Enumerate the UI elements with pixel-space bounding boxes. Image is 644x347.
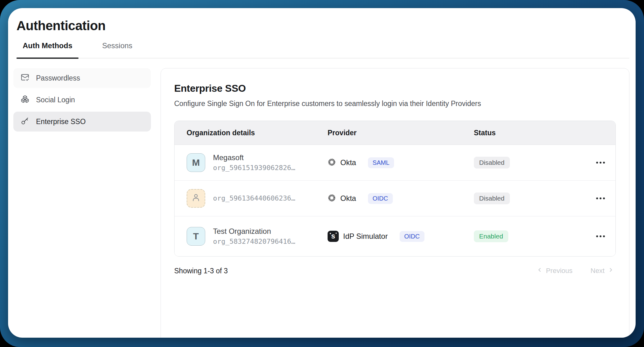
protocol-badge: OIDC <box>400 231 424 242</box>
actions-cell <box>586 159 615 167</box>
organization-cell: T Test Organization org_583274820796416… <box>175 220 328 253</box>
org-texts: org_596136440606236… <box>213 194 295 203</box>
provider-cell: Okta OIDC <box>328 193 474 204</box>
sidebar: Passwordless Social Login <box>13 68 151 338</box>
row-actions-menu-button[interactable] <box>593 159 608 167</box>
org-id: org_596136440606236… <box>213 194 295 203</box>
organization-cell: M Megasoft org_596151939062826… <box>175 146 328 179</box>
org-id: org_583274820796416… <box>213 237 295 246</box>
sidebar-item-enterprise-sso[interactable]: Enterprise SSO <box>13 112 151 132</box>
panel-heading: Enterprise SSO <box>174 82 616 95</box>
org-name: Megasoft <box>213 153 295 162</box>
status-cell: Disabled <box>474 192 586 204</box>
app-card: Authentication Auth Methods Sessions Pas… <box>8 8 636 338</box>
column-header-status: Status <box>474 129 586 137</box>
showing-count: Showing 1-3 of 3 <box>174 267 228 275</box>
provider-name: Okta <box>340 158 356 167</box>
provider-cell: s IdP Simulator OIDC <box>328 231 474 242</box>
protocol-badge: OIDC <box>368 193 393 204</box>
sidebar-item-label: Social Login <box>36 96 75 104</box>
org-id: org_596151939062826… <box>213 164 295 172</box>
org-texts: Megasoft org_596151939062826… <box>213 153 295 172</box>
status-cell: Disabled <box>474 157 586 169</box>
actions-cell <box>586 194 615 202</box>
sidebar-item-passwordless[interactable]: Passwordless <box>13 68 151 88</box>
provider-name: Okta <box>340 194 356 203</box>
status-cell: Enabled <box>474 230 586 242</box>
status-badge: Enabled <box>474 230 508 242</box>
tab-sessions[interactable]: Sessions <box>96 41 138 58</box>
organization-cell: org_596136440606236… <box>175 182 328 215</box>
provider-cell: Okta SAML <box>328 157 474 168</box>
actions-cell <box>586 232 615 240</box>
row-actions-menu-button[interactable] <box>593 194 608 202</box>
table-row[interactable]: M Megasoft org_596151939062826… Okta <box>175 145 615 181</box>
key-icon <box>21 117 29 127</box>
next-page-button[interactable]: Next <box>589 266 616 275</box>
org-texts: Test Organization org_583274820796416… <box>213 227 295 246</box>
enterprise-sso-panel: Enterprise SSO Configure Single Sign On … <box>161 68 629 338</box>
column-header-provider: Provider <box>328 129 474 137</box>
chevron-right-icon <box>608 267 614 275</box>
idp-simulator-icon: s <box>328 231 339 242</box>
column-header-organization: Organization details <box>175 129 328 137</box>
previous-label: Previous <box>546 267 573 275</box>
sidebar-item-social-login[interactable]: Social Login <box>13 90 151 110</box>
next-label: Next <box>591 267 605 275</box>
chevron-left-icon <box>537 267 543 275</box>
mail-check-icon <box>21 73 29 83</box>
org-avatar <box>187 189 205 208</box>
boxes-icon <box>21 95 29 105</box>
organizations-table: Organization details Provider Status M M… <box>174 121 616 257</box>
row-actions-menu-button[interactable] <box>593 232 608 240</box>
table-row[interactable]: org_596136440606236… Okta OIDC Dis <box>175 181 615 216</box>
status-badge: Disabled <box>474 157 510 169</box>
org-avatar: T <box>187 227 205 246</box>
status-badge: Disabled <box>474 192 510 204</box>
user-icon <box>191 192 201 205</box>
sidebar-item-label: Passwordless <box>36 74 80 82</box>
idp-logo-letter: s <box>331 233 335 240</box>
provider-name: IdP Simulator <box>343 232 388 241</box>
avatar-letter: T <box>193 231 199 242</box>
content-area: Passwordless Social Login <box>13 68 629 338</box>
org-avatar: M <box>187 153 205 172</box>
table-header-row: Organization details Provider Status <box>175 121 615 145</box>
previous-page-button[interactable]: Previous <box>535 266 574 275</box>
okta-icon <box>328 158 336 168</box>
avatar-letter: M <box>192 157 200 168</box>
protocol-badge: SAML <box>368 157 394 168</box>
org-name: Test Organization <box>213 227 295 236</box>
panel-description: Configure Single Sign On for Enterprise … <box>174 99 616 108</box>
tab-auth-methods[interactable]: Auth Methods <box>16 41 79 58</box>
okta-icon <box>328 194 336 203</box>
table-row[interactable]: T Test Organization org_583274820796416…… <box>175 216 615 256</box>
tab-bar: Auth Methods Sessions <box>16 41 629 58</box>
table-footer: Showing 1-3 of 3 Previous Next <box>174 266 616 275</box>
sidebar-item-label: Enterprise SSO <box>36 118 86 126</box>
page-title: Authentication <box>16 18 636 34</box>
pagination: Previous Next <box>535 266 616 275</box>
